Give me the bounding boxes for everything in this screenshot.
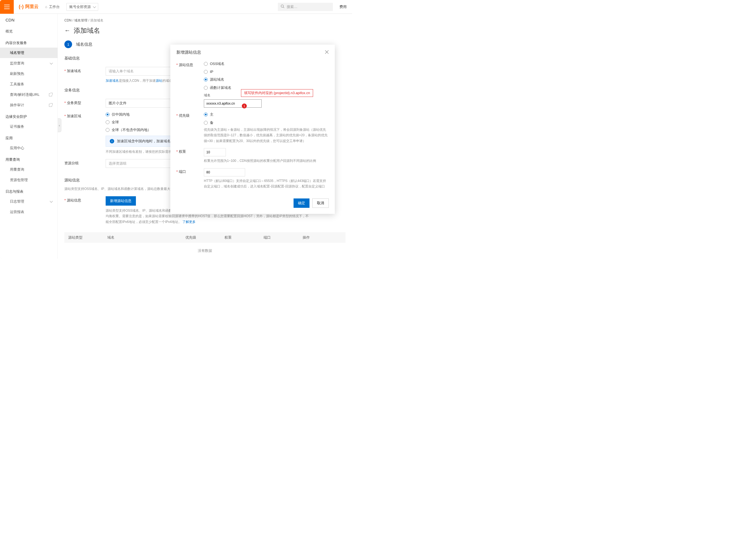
topbar: (-) 阿里云 ⌂ 工作台 账号全部资源 搜索… 费用 (0, 0, 352, 14)
radio-priority-backup[interactable]: 备 (204, 120, 329, 125)
m-label-origin-info: *源站信息 (176, 61, 204, 67)
label-accel-domain: *加速域名 (64, 67, 106, 73)
label-region: *加速区域 (64, 112, 106, 118)
sidebar-item-audit[interactable]: 操作审计 (0, 100, 58, 110)
svg-point-0 (281, 5, 284, 7)
m-label-port: *端口 (176, 168, 204, 174)
th-action: 操作 (303, 235, 342, 240)
learn-more-link[interactable]: 了解更多 (182, 220, 196, 224)
modal-title: 新增源站信息 (176, 50, 201, 55)
breadcrumb-current: 添加域名 (90, 19, 104, 22)
sidebar-section-content: 内容分发服务 (0, 37, 58, 47)
m-label-priority: *优先级 (176, 112, 204, 118)
sidebar-item-refresh[interactable]: 刷新预热 (0, 69, 58, 79)
radio-icon (106, 120, 110, 124)
weight-input[interactable] (204, 148, 226, 157)
sidebar-collapse-handle[interactable]: ‹ (58, 118, 61, 132)
sidebar-item-log-mgmt[interactable]: 日志管理 (0, 196, 58, 207)
port-help: HTTP（默认80端口）支持自定义端口1～65535，HTTPS（默认443端口… (204, 178, 329, 189)
account-resource-dropdown[interactable]: 账号全部资源 (66, 3, 98, 11)
radio-icon (106, 128, 110, 132)
annotation-marker: 1 (242, 104, 247, 108)
radio-icon (204, 62, 208, 66)
breadcrumb: CDN / 域名管理 / 添加域名 (58, 14, 352, 25)
th-priority: 优先级 (185, 235, 225, 240)
chevron-down-icon (93, 5, 96, 8)
close-button[interactable] (325, 49, 329, 55)
radio-icon (204, 121, 208, 125)
chevron-down-icon (50, 61, 53, 64)
sidebar-item-cert[interactable]: 证书服务 (0, 121, 58, 132)
radio-priority-main[interactable]: 主 (204, 112, 329, 117)
sidebar-item-monitor[interactable]: 监控查询 (0, 58, 58, 69)
radio-ip[interactable]: IP (204, 70, 329, 74)
radio-icon (204, 78, 208, 81)
page-title-row: ← 添加域名 (58, 25, 352, 40)
home-icon: ⌂ (45, 5, 47, 9)
hamburger-icon (4, 5, 10, 9)
label-res-group: 资源分组 (64, 159, 106, 166)
sidebar-item-domain-mgmt[interactable]: 域名管理 (0, 47, 58, 58)
th-weight: 权重 (225, 235, 264, 240)
hamburger-button[interactable] (0, 0, 14, 14)
origin-domain-input[interactable] (204, 99, 262, 108)
logo[interactable]: (-) 阿里云 (19, 4, 39, 10)
workspace-link[interactable]: ⌂ 工作台 (45, 4, 60, 9)
page-title: 添加域名 (74, 26, 100, 35)
sidebar-item-ops-report[interactable]: 运营报表 (0, 207, 58, 217)
radio-icon (106, 112, 110, 116)
table-empty: 没有数据 (58, 243, 352, 259)
m-label-weight: *权重 (176, 148, 204, 154)
origin-table-header: 源站类型 域名 优先级 权重 端口 操作 (64, 232, 345, 243)
step-label: 域名信息 (76, 42, 92, 47)
radio-icon (204, 112, 208, 116)
priority-help: 优先级为主源站＞备源站，主源站出现故障的情况下，将会回源到备源站（源站优先级的取… (204, 127, 329, 144)
sidebar-item-usage-query[interactable]: 用量查询 (0, 164, 58, 175)
sidebar: CDN 概览 内容分发服务 域名管理 监控查询 刷新预热 工具服务 查询/解封违… (0, 14, 58, 259)
breadcrumb-cdn[interactable]: CDN (64, 19, 72, 22)
label-origin-info: *源站信息 (64, 196, 106, 203)
close-icon (325, 50, 329, 54)
sidebar-section-app: 应用 (0, 132, 58, 143)
radio-icon (204, 70, 208, 74)
cancel-button[interactable]: 取消 (312, 199, 329, 208)
sidebar-item-overview[interactable]: 概览 (0, 26, 58, 37)
sidebar-section-usage: 用量查询 (0, 153, 58, 164)
search-icon (280, 4, 285, 9)
info-icon: i (110, 139, 114, 143)
weight-help: 权重允许范围为1~100，CDN按照源站的权重分配用户回源到不同源站的比例 (204, 158, 329, 164)
th-type: 源站类型 (68, 235, 107, 240)
back-button[interactable]: ← (64, 27, 70, 34)
fee-link[interactable]: 费用 (339, 4, 347, 9)
sidebar-section-log: 日志与报表 (0, 185, 58, 196)
sidebar-item-violation[interactable]: 查询/解封违规URL (0, 90, 58, 100)
logo-text: 阿里云 (25, 4, 39, 10)
radio-icon (204, 86, 208, 90)
radio-oss[interactable]: OSS域名 (204, 61, 329, 66)
chevron-down-icon (50, 200, 53, 203)
sidebar-item-tools[interactable]: 工具服务 (0, 79, 58, 90)
add-origin-modal: 新增源站信息 *源站信息 OSS域名 IP 源站域名 函数计算域名 (170, 44, 335, 214)
external-link-icon (49, 93, 52, 96)
radio-origin-domain[interactable]: 源站域名 (204, 77, 329, 82)
sidebar-title: CDN (0, 14, 58, 26)
label-biz-type: *业务类型 (64, 99, 106, 105)
breadcrumb-domain[interactable]: 域名管理 (74, 19, 87, 22)
confirm-button[interactable]: 确定 (294, 199, 309, 208)
sidebar-item-resource-pkg[interactable]: 资源包管理 (0, 175, 58, 185)
logo-icon: (-) (19, 4, 24, 10)
sidebar-item-app-center[interactable]: 应用中心 (0, 143, 58, 153)
port-input[interactable] (204, 168, 245, 176)
add-origin-button[interactable]: 新增源站信息 (106, 196, 136, 206)
sidebar-section-edge: 边缘安全防护 (0, 110, 58, 121)
external-link-icon (49, 104, 52, 107)
th-domain: 域名 (107, 235, 185, 240)
annotation-callout: 填写软件内对应的 {projectId}.n3.apifox.cn (241, 89, 313, 97)
step-number: 1 (64, 40, 72, 48)
th-port: 端口 (264, 235, 303, 240)
search-input[interactable]: 搜索… (278, 3, 333, 11)
